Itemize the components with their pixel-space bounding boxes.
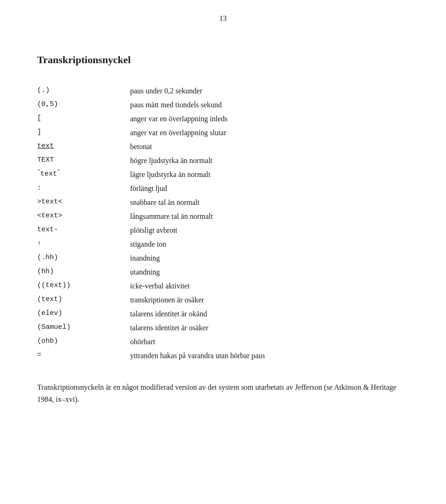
table-row: (Samuel)talarens identitet är osäker — [37, 321, 409, 335]
table-row: text-plötsligt avbrott — [37, 223, 409, 237]
description-cell: långsammare tal än normalt — [130, 209, 409, 223]
table-row: (0,5)paus mätt med tiondels sekund — [37, 98, 409, 112]
table-row: textbetonat — [37, 140, 409, 154]
symbol-cell: (Samuel) — [37, 321, 130, 335]
table-row: (ohb)ohörbart — [37, 335, 409, 349]
table-row: [anger var en överlappning inleds — [37, 112, 409, 126]
symbol-cell: [ — [37, 112, 130, 126]
symbol-cell: ↑ — [37, 237, 130, 251]
description-cell: lägre ljudstyrka än normalt — [130, 168, 409, 182]
description-cell: plötsligt avbrott — [130, 223, 409, 237]
table-row: (hh)utandning — [37, 265, 409, 279]
description-cell: icke-verbal aktivitet — [130, 279, 409, 293]
description-cell: anger var en överlappning inleds — [130, 112, 409, 126]
page-title: Transkriptionsnyckel — [37, 52, 409, 67]
description-cell: utandning — [130, 265, 409, 279]
symbol-cell: TEXT — [37, 154, 130, 168]
symbol-cell: (ohb) — [37, 335, 130, 349]
symbol-cell: text- — [37, 223, 130, 237]
transcription-table: (.)paus under 0,2 sekunder(0,5)paus mätt… — [37, 84, 409, 363]
symbol-cell: (.hh) — [37, 251, 130, 265]
description-cell: inandning — [130, 251, 409, 265]
symbol-cell: (elev) — [37, 307, 130, 321]
table-row: >text<snabbare tal än normalt — [37, 196, 409, 209]
symbol-cell: (0,5) — [37, 98, 130, 112]
table-row: :förlängt ljud — [37, 182, 409, 196]
table-row: °text°lägre ljudstyrka än normalt — [37, 168, 409, 182]
description-cell: paus mätt med tiondels sekund — [130, 98, 409, 112]
description-cell: högre ljudstyrka än normalt — [130, 154, 409, 168]
symbol-cell: ] — [37, 126, 130, 140]
description-cell: transkriptionen är osäker — [130, 293, 409, 307]
symbol-cell: text — [37, 140, 130, 154]
symbol-cell: = — [37, 349, 130, 363]
table-row: ((text))icke-verbal aktivitet — [37, 279, 409, 293]
table-row: =yttranden hakas på varandra utan hörbar… — [37, 349, 409, 363]
description-cell: paus under 0,2 sekunder — [130, 84, 409, 98]
table-row: <text>långsammare tal än normalt — [37, 209, 409, 223]
footer-text: Transkriptionsnyckeln är en något modifi… — [37, 381, 409, 405]
page-number: 13 — [0, 0, 446, 24]
symbol-cell: >text< — [37, 196, 130, 209]
description-cell: snabbare tal än normalt — [130, 196, 409, 209]
table-row: (text)transkriptionen är osäker — [37, 293, 409, 307]
symbol-cell: (.) — [37, 84, 130, 98]
table-row: TEXThögre ljudstyrka än normalt — [37, 154, 409, 168]
description-cell: talarens identitet är osäker — [130, 321, 409, 335]
description-cell: ohörbart — [130, 335, 409, 349]
symbol-cell: (text) — [37, 293, 130, 307]
symbol-cell: (hh) — [37, 265, 130, 279]
table-row: (.hh)inandning — [37, 251, 409, 265]
table-row: ↑stigande ton — [37, 237, 409, 251]
symbol-cell: °text° — [37, 168, 130, 182]
description-cell: anger var en överlappning slutar — [130, 126, 409, 140]
description-cell: förlängt ljud — [130, 182, 409, 196]
description-cell: talarens identitet är okänd — [130, 307, 409, 321]
description-cell: stigande ton — [130, 237, 409, 251]
table-row: (elev)talarens identitet är okänd — [37, 307, 409, 321]
symbol-cell: <text> — [37, 209, 130, 223]
symbol-cell: : — [37, 182, 130, 196]
table-row: (.)paus under 0,2 sekunder — [37, 84, 409, 98]
table-row: ]anger var en överlappning slutar — [37, 126, 409, 140]
description-cell: betonat — [130, 140, 409, 154]
description-cell: yttranden hakas på varandra utan hörbar … — [130, 349, 409, 363]
symbol-cell: ((text)) — [37, 279, 130, 293]
